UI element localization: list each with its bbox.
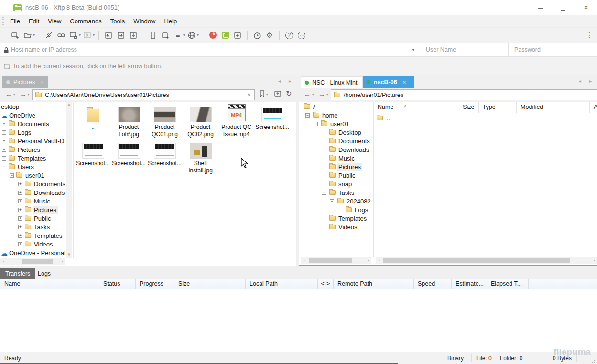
more-icon[interactable]: ⋮ — [586, 31, 593, 39]
parent-folder-icon[interactable] — [274, 90, 282, 99]
expander-plus-icon[interactable]: + — [2, 139, 6, 143]
menu-commands[interactable]: Commands — [70, 18, 101, 25]
view-mode-icon[interactable]: ≡ — [173, 30, 183, 41]
expander-plus-icon[interactable]: + — [2, 122, 6, 126]
expander-plus-icon[interactable]: + — [18, 234, 22, 238]
back-dropdown-icon[interactable]: ▾ — [312, 93, 314, 96]
tab-logs[interactable]: Logs — [33, 268, 55, 279]
tab-scroll-right-icon[interactable]: ▸ — [289, 78, 291, 84]
remote-tree-hscrollbar[interactable]: ‹ › — [301, 257, 371, 264]
scroll-right-icon[interactable]: › — [591, 257, 597, 264]
tree-item-esktop[interactable]: esktop — [0, 103, 65, 111]
forward-icon[interactable]: → — [20, 90, 26, 98]
status-transfer-mode[interactable]: Binary — [447, 355, 464, 362]
expander-plus-icon[interactable]: + — [2, 148, 6, 152]
tree-item-templates[interactable]: +Templates — [0, 154, 65, 163]
file-item-screenshot[interactable]: Screenshot... — [111, 139, 147, 167]
forward-icon[interactable]: → — [318, 90, 325, 98]
tree-item-videos[interactable]: +Videos — [0, 240, 65, 249]
scroll-right-icon[interactable]: › — [365, 257, 371, 264]
scroll-left-icon[interactable]: ‹ — [301, 257, 308, 264]
tree-item-videos[interactable]: Videos — [299, 223, 371, 232]
file-item-product-qc01-png[interactable]: ProductQC01.png — [147, 103, 183, 138]
resize-grip[interactable] — [591, 359, 595, 363]
menu-view[interactable]: View — [48, 18, 61, 25]
scroll-up-icon[interactable]: ∧ — [66, 102, 72, 108]
tree-item-users[interactable]: −Users — [0, 163, 65, 171]
remote-path-combobox[interactable]: /home/user01/Pictures ∨ — [331, 89, 597, 100]
transfer-column-local-path[interactable]: Local Path — [246, 279, 318, 289]
host-input[interactable]: Host name or IP address — [0, 43, 420, 56]
tree-item-public[interactable]: Public — [299, 171, 371, 180]
tree-item-item[interactable]: / — [299, 103, 371, 111]
transfer-column-name[interactable]: Name — [0, 279, 99, 289]
expander-minus-icon[interactable]: − — [305, 113, 310, 118]
column-header-type[interactable]: Type — [479, 102, 517, 113]
file-item-shelf-install-jpg[interactable]: ShelfInstall.jpg — [183, 139, 218, 174]
settings-gear-icon[interactable]: ⚙ — [264, 30, 275, 41]
tree-item-templates[interactable]: +Templates — [0, 232, 65, 240]
expander-plus-icon[interactable]: + — [2, 156, 6, 161]
tree-item-pictures[interactable]: Pictures — [299, 163, 371, 171]
tree-item-20240825[interactable]: −20240825 — [299, 197, 371, 206]
file-item-screenshot[interactable]: Screenshot... — [254, 103, 290, 131]
open-session-dropdown-icon[interactable]: ▾ — [33, 33, 35, 37]
host-dropdown-icon[interactable]: ▼ — [412, 48, 415, 52]
tab-scroll-left-icon[interactable]: ◂ — [278, 78, 281, 84]
forward-dropdown-icon[interactable]: ▾ — [326, 93, 328, 96]
close-button[interactable]: × — [576, 0, 596, 15]
tab-scroll-left-icon[interactable]: ◂ — [579, 78, 581, 84]
column-header-name[interactable]: Name∧ — [374, 102, 443, 113]
remote-list-hscrollbar[interactable]: ‹ › — [376, 257, 597, 264]
new-transfer-window-icon[interactable] — [232, 30, 243, 41]
tree-item-personal-vault-des[interactable]: +Personal Vault-DES — [0, 137, 65, 146]
tree-item-pictures[interactable]: +Pictures — [0, 206, 65, 214]
expander-minus-icon[interactable]: − — [314, 122, 318, 126]
disconnect-icon[interactable] — [43, 30, 54, 41]
tab-scroll-right-icon[interactable]: ▸ — [589, 78, 592, 84]
transfer-column-elapsed-t[interactable]: Elapsed T... — [487, 279, 529, 289]
tree-item-downloads[interactable]: Downloads — [299, 146, 371, 154]
tree-item-public[interactable]: +Public — [0, 214, 65, 223]
file-item-screenshot[interactable]: Screenshot... — [147, 139, 183, 167]
transfer-column-progress[interactable]: Progress — [136, 279, 174, 289]
menu-help[interactable]: Help — [164, 18, 177, 25]
expander-minus-icon[interactable]: − — [2, 165, 6, 169]
tree-item-user01[interactable]: −user01 — [299, 120, 371, 128]
tree-item-documents[interactable]: Documents — [299, 137, 371, 146]
file-item-product-qc-issue-mp4[interactable]: MP4Product QCIssue.mp4 — [218, 103, 254, 138]
help-icon[interactable]: ? — [284, 30, 294, 41]
local-tree-hscrollbar[interactable]: ‹ › — [0, 258, 65, 265]
local-path-combobox[interactable]: C:\Users\Alan\OneDrive\Users\user01\Pict… — [32, 89, 255, 100]
back-icon[interactable]: ← — [5, 90, 12, 98]
tab-close-icon[interactable]: × — [41, 79, 43, 85]
back-dropdown-icon[interactable]: ▾ — [13, 93, 15, 96]
tree-item-music[interactable]: +Music — [0, 197, 65, 206]
tab-transfers[interactable]: Transfers — [0, 268, 35, 279]
xshell-icon[interactable] — [207, 30, 218, 41]
tree-item-home[interactable]: −home — [299, 111, 371, 120]
expander-minus-icon[interactable]: − — [10, 173, 14, 178]
expander-minus-icon[interactable]: − — [330, 199, 334, 203]
xftp-icon[interactable] — [220, 30, 230, 41]
new-session-icon[interactable] — [10, 30, 21, 41]
feedback-icon[interactable]: ⋯ — [296, 30, 307, 41]
expander-plus-icon[interactable]: + — [18, 199, 22, 203]
expander-minus-icon[interactable]: − — [322, 191, 326, 195]
scroll-down-icon[interactable]: ∨ — [66, 251, 72, 258]
file-row-item[interactable]: .. — [374, 114, 597, 123]
transfer-column-status[interactable]: Status — [99, 279, 136, 289]
tree-item-documents[interactable]: +Documents — [0, 180, 65, 189]
remote-tab-nscb-06[interactable]: nscB-06 × — [363, 76, 414, 88]
file-item-product-qc02-png[interactable]: ProductQC02.png — [183, 103, 218, 138]
session-properties-icon[interactable] — [68, 30, 79, 41]
transfer-column-size[interactable]: Size — [174, 279, 246, 289]
remote-tab-nsc-linux-mint[interactable]: NSC - Linux Mint — [301, 76, 363, 88]
transfer-dropdown-icon[interactable]: ▾ — [93, 33, 95, 37]
reconnect-icon[interactable] — [56, 30, 66, 41]
new-window-icon[interactable] — [160, 30, 171, 41]
tree-item-onedrive[interactable]: ☁OneDrive — [0, 111, 65, 120]
encoding-dropdown-icon[interactable]: ▾ — [197, 33, 199, 37]
transfer-column-remote-path[interactable]: Remote Path — [334, 279, 414, 289]
tree-item-onedrive-personal[interactable]: ☁OneDrive - Personal — [0, 249, 65, 257]
